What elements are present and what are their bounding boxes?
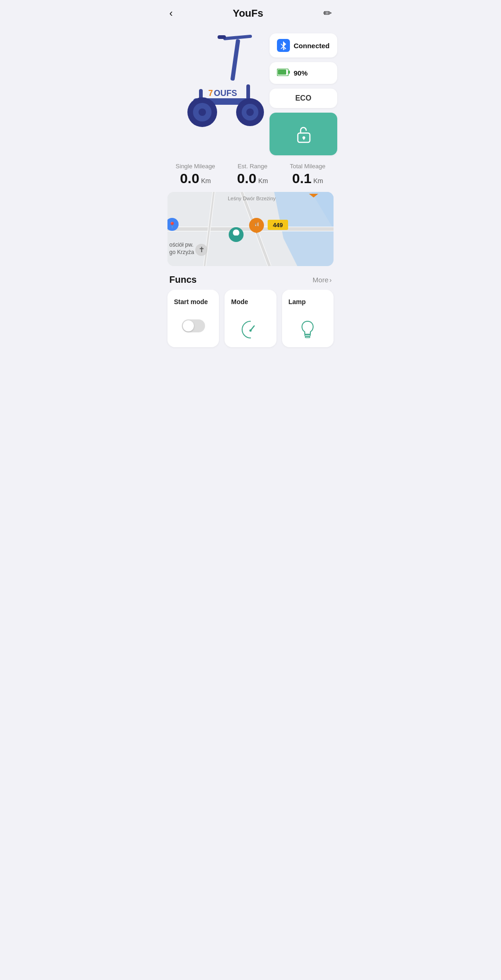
scooter-illustration: 7 OUFS	[167, 29, 270, 131]
scooter-image-area: 7 OUFS	[167, 29, 270, 131]
lamp-card-label: Lamp	[289, 298, 306, 305]
start-mode-label: Start mode	[174, 298, 208, 305]
status-cards: Connected 90% ECO	[270, 33, 337, 155]
toggle-thumb	[183, 320, 194, 331]
connection-status-label: Connected	[294, 42, 330, 50]
header: ‹ YouFs ✏	[160, 0, 341, 24]
svg-point-10	[199, 108, 206, 116]
mode-card: Mode	[225, 290, 276, 347]
start-mode-card: Start mode	[167, 290, 219, 347]
svg-text:7: 7	[208, 89, 213, 98]
funcs-title: Funcs	[169, 274, 197, 285]
funcs-header: Funcs More ›	[160, 266, 341, 290]
svg-rect-11	[218, 35, 226, 39]
back-button[interactable]: ‹	[169, 7, 173, 19]
mileage-row: Single Mileage 0.0 Km Est. Range 0.0 Km …	[160, 155, 341, 192]
est-range-label: Est. Range	[238, 163, 267, 170]
eco-mode-card[interactable]: ECO	[270, 89, 337, 108]
speed-mode-icon	[240, 319, 261, 340]
single-mileage: Single Mileage 0.0 Km	[176, 163, 215, 185]
svg-rect-1	[230, 39, 240, 81]
func-cards-row: Start mode Mode Lamp	[160, 290, 341, 361]
mode-card-label: Mode	[231, 298, 248, 305]
battery-status-card: 90%	[270, 62, 337, 84]
map-container[interactable]: 449 🍴 📍 ościół pw. go Krzyża ✝ Leśny Dwó…	[167, 192, 334, 266]
svg-text:Leśny Dwór Brzeżiny: Leśny Dwór Brzeżiny	[228, 196, 276, 201]
start-mode-toggle[interactable]	[182, 319, 205, 332]
battery-level-label: 90%	[294, 69, 308, 77]
lamp-card: Lamp	[282, 290, 334, 347]
more-link[interactable]: More ›	[313, 276, 332, 284]
lamp-icon	[297, 319, 318, 340]
edit-button[interactable]: ✏	[323, 7, 332, 19]
bluetooth-icon	[277, 39, 290, 52]
svg-rect-15	[278, 70, 286, 75]
chevron-right-icon: ›	[329, 276, 332, 284]
single-mileage-value: 0.0 Km	[180, 172, 211, 185]
svg-rect-19	[303, 138, 304, 140]
lock-button[interactable]	[270, 113, 337, 155]
svg-text:go Krzyża: go Krzyża	[169, 249, 194, 255]
total-mileage-value: 0.1 Km	[292, 172, 323, 185]
map-view: 449 🍴 📍 ościół pw. go Krzyża ✝ Leśny Dwó…	[167, 192, 334, 266]
total-mileage: Total Mileage 0.1 Km	[290, 163, 326, 185]
svg-text:449: 449	[273, 222, 283, 229]
total-mileage-label: Total Mileage	[290, 163, 326, 170]
svg-text:OUFS: OUFS	[214, 89, 237, 98]
single-mileage-label: Single Mileage	[176, 163, 215, 170]
unlock-icon	[292, 123, 315, 145]
svg-rect-16	[289, 70, 290, 74]
est-range: Est. Range 0.0 Km	[237, 163, 268, 185]
page-title: YouFs	[233, 7, 263, 19]
lamp-card-control[interactable]	[289, 319, 327, 340]
svg-text:📍: 📍	[168, 221, 176, 229]
svg-point-32	[233, 229, 239, 236]
est-range-value: 0.0 Km	[237, 172, 268, 185]
svg-text:✝: ✝	[199, 246, 205, 254]
svg-rect-48	[305, 337, 310, 338]
start-mode-control[interactable]	[174, 319, 212, 332]
mode-card-control[interactable]	[231, 319, 270, 340]
battery-icon	[277, 68, 290, 78]
more-label: More	[313, 276, 328, 284]
svg-text:ościół pw.: ościół pw.	[169, 242, 193, 248]
eco-mode-label: ECO	[295, 94, 311, 102]
svg-rect-47	[305, 335, 310, 336]
bluetooth-status-card[interactable]: Connected	[270, 33, 337, 57]
svg-point-46	[249, 330, 251, 332]
svg-point-7	[246, 108, 254, 116]
hero-section: 7 OUFS Connected	[160, 24, 341, 155]
